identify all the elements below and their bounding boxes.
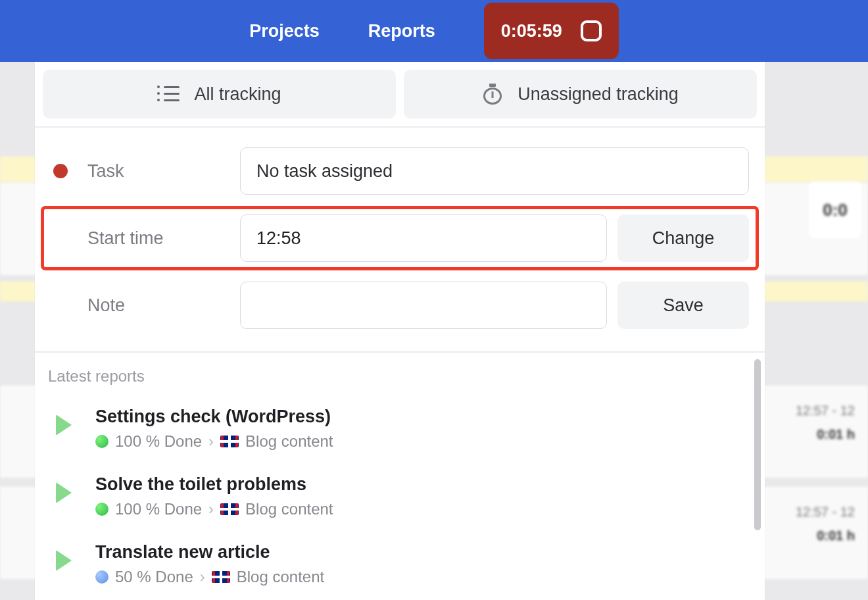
start-time-input[interactable] <box>240 214 607 262</box>
report-title: Settings check (WordPress) <box>95 407 752 427</box>
note-input[interactable] <box>240 282 607 329</box>
report-project: Blog content <box>245 432 333 451</box>
report-meta: 100 % Done › Blog content <box>95 500 752 518</box>
report-item[interactable]: Solve the toilet problems 100 % Done › B… <box>48 466 752 534</box>
report-percent: 50 % Done <box>115 568 193 586</box>
report-meta: 100 % Done › Blog content <box>95 432 752 451</box>
report-item[interactable]: Settings check (WordPress) 100 % Done › … <box>48 399 752 466</box>
report-title: Translate new article <box>95 542 752 562</box>
report-project: Blog content <box>237 568 324 586</box>
flag-uk-icon <box>220 503 239 515</box>
topbar: Projects Reports 0:05:59 <box>0 0 868 62</box>
tabs-row: All tracking Unassigned tracking <box>35 62 765 128</box>
status-dot-icon <box>95 503 108 516</box>
note-row: Note Save <box>51 282 749 329</box>
tab-all-tracking[interactable]: All tracking <box>43 70 396 118</box>
chevron-right-icon: › <box>208 500 214 518</box>
note-label: Note <box>87 295 240 316</box>
stopwatch-icon <box>482 84 503 105</box>
tab-all-tracking-label: All tracking <box>194 84 281 105</box>
report-item[interactable]: Translate new article 50 % Done › Blog c… <box>48 534 752 600</box>
status-dot-icon <box>95 435 108 448</box>
play-icon[interactable] <box>56 482 72 503</box>
latest-reports-heading: Latest reports <box>48 367 752 386</box>
timer-pill[interactable]: 0:05:59 <box>484 3 619 59</box>
stop-icon[interactable] <box>581 20 602 41</box>
bg-row1-text: 12:57 - 12 0:01 h <box>796 399 855 446</box>
scrollbar[interactable] <box>754 359 761 530</box>
start-time-label: Start time <box>87 228 240 249</box>
play-icon[interactable] <box>56 414 72 436</box>
nav-reports[interactable]: Reports <box>368 21 435 41</box>
timer-value: 0:05:59 <box>501 21 562 41</box>
report-meta: 50 % Done › Blog content <box>95 568 752 586</box>
task-row: Task <box>51 147 749 195</box>
nav-projects[interactable]: Projects <box>249 21 320 41</box>
report-percent: 100 % Done <box>115 432 202 451</box>
chevron-right-icon: › <box>208 432 214 451</box>
latest-reports-section: Latest reports Settings check (WordPress… <box>35 353 765 600</box>
flag-uk-icon <box>220 436 239 447</box>
report-title: Solve the toilet problems <box>95 474 752 495</box>
flag-uk-icon <box>212 571 230 583</box>
bg-row2-text: 12:57 - 12 0:01 h <box>796 500 855 547</box>
report-percent: 100 % Done <box>115 500 202 518</box>
change-button[interactable]: Change <box>617 214 749 262</box>
status-dot-icon <box>95 570 108 584</box>
play-icon[interactable] <box>56 550 72 571</box>
recording-indicator <box>53 164 68 178</box>
tab-unassigned-tracking-label: Unassigned tracking <box>518 84 679 105</box>
tab-unassigned-tracking[interactable]: Unassigned tracking <box>404 70 757 118</box>
chevron-right-icon: › <box>200 568 205 586</box>
report-project: Blog content <box>245 500 333 518</box>
save-button[interactable]: Save <box>617 282 749 329</box>
task-label: Task <box>87 161 240 182</box>
start-time-row: Start time Change <box>43 208 757 268</box>
tracking-panel: All tracking Unassigned tracking Task St… <box>35 62 765 600</box>
list-icon <box>157 85 180 103</box>
form-area: Task Start time Change Note Save <box>35 128 765 353</box>
task-input[interactable] <box>240 147 749 195</box>
bg-time-card: 0:0 <box>809 182 861 238</box>
